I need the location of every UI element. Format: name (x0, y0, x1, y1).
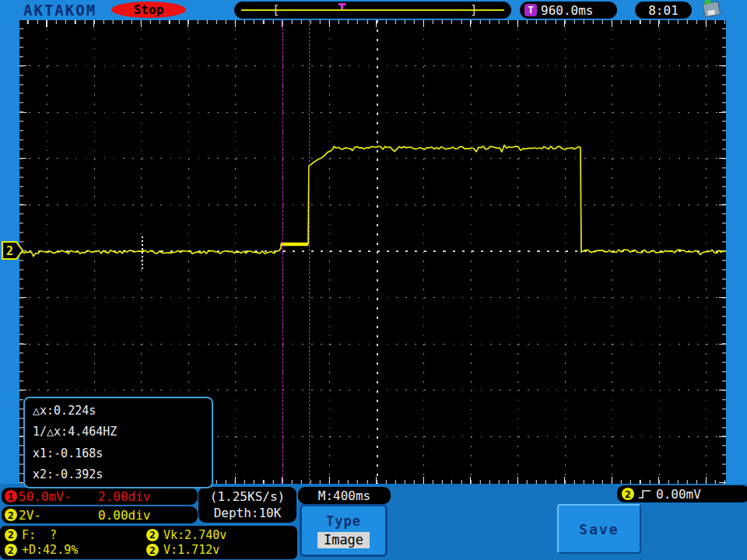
channel2-scale: 2V- (19, 508, 41, 523)
cursor-x2: x2:-0.392s (33, 467, 204, 481)
channel2-position-marker[interactable]: 2 (2, 241, 25, 260)
run-status-badge: Stop (111, 2, 186, 18)
measurement-voltage: 2 V:1.712v (146, 543, 297, 558)
type-button[interactable]: Type Image (300, 504, 388, 557)
type-value-image: Image (317, 532, 370, 548)
oscilloscope-screen: AKTAKOM Stop [ ] T 960.0ms 8:01 △x:0.224 (0, 0, 747, 560)
top-status-bar: AKTAKOM Stop [ ] T 960.0ms 8:01 (0, 0, 747, 20)
waveform-display: △x:0.224s 1/△x:4.464HZ x1:-0.168s x2:-0.… (19, 20, 726, 484)
timebase-box: M:400ms (298, 487, 391, 504)
horizontal-position-indicator[interactable]: [ ] (234, 2, 511, 19)
cursor-x1-line[interactable] (282, 20, 283, 484)
trigger-time-box: T 960.0ms (520, 2, 617, 19)
measurement-frequency: 2 F: ? (5, 527, 146, 543)
channel2-info-box: 2 2V- 0.00div (2, 506, 198, 523)
bottom-status-bar: 1 50.0mV- 2.00div 2 2V- 0.00div (1.25KS/… (0, 484, 747, 560)
memory-bar (241, 9, 504, 11)
cursor-x1: x1:-0.168s (33, 446, 204, 460)
measurement-duty: 2 +D:42.9% (5, 543, 146, 558)
window-bracket-right: ] (470, 2, 478, 18)
trigger-t-icon: T (524, 4, 537, 16)
channel2-position: 0.00div (98, 508, 150, 523)
rising-edge-icon (638, 488, 652, 500)
trigger-level: 0.00mV (656, 487, 701, 502)
usb-storage-icon (703, 1, 721, 17)
trigger-info-box: 2 0.00mV (617, 485, 747, 502)
channel1-position: 2.00div (98, 489, 150, 504)
window-bracket-left: [ (272, 2, 280, 18)
cursor-dx: △x:0.224s (33, 404, 204, 418)
channel1-info-box: 1 50.0mV- 2.00div (2, 488, 198, 505)
acquisition-info-box: (1.25KS/s) Depth:10K (198, 487, 296, 523)
svg-text:2: 2 (6, 244, 13, 258)
channel1-badge: 1 (5, 490, 17, 502)
clock: 8:01 (635, 2, 692, 19)
trigger-time-value: 960.0ms (541, 3, 593, 18)
brand-logo: AKTAKOM (23, 2, 96, 19)
cursor-x2-line[interactable] (309, 20, 310, 484)
channel1-scale: 50.0mV- (19, 489, 71, 504)
cursor-inv-dx: 1/△x:4.464HZ (33, 425, 204, 439)
trigger-source-badge: 2 (622, 488, 634, 500)
save-button[interactable]: Save (557, 504, 641, 554)
trigger-point-marker (142, 236, 143, 269)
trigger-position-marker[interactable] (338, 3, 345, 5)
sample-rate: (1.25KS/s) (210, 489, 285, 504)
measurements-box: 2 F: ? 2 Vk:2.740v 2 +D:42.9% 2 V:1.712v (0, 526, 297, 559)
measurement-vk: 2 Vk:2.740v (146, 527, 297, 543)
channel2-badge: 2 (5, 509, 17, 521)
memory-depth: Depth:10K (214, 506, 282, 520)
cursor-readout-box: △x:0.224s 1/△x:4.464HZ x1:-0.168s x2:-0.… (23, 397, 213, 488)
